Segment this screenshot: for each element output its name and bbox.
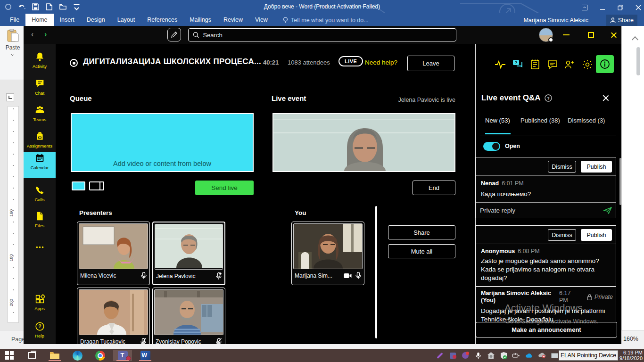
new-chat-icon[interactable]: [167, 28, 181, 41]
word-scrollbar-thumb[interactable]: [636, 47, 640, 75]
teams-maximize-icon[interactable]: [580, 26, 602, 44]
publish-button[interactable]: Publish: [581, 161, 612, 173]
home-tray-icon[interactable]: [487, 352, 495, 359]
camera-icon[interactable]: [344, 273, 352, 279]
presenter-tile[interactable]: Zvonislav Popovic: [152, 288, 225, 344]
stage-scrollbar[interactable]: [375, 206, 377, 338]
tab-new[interactable]: New (53): [485, 117, 510, 124]
sidebar-item-calendar[interactable]: Calendar: [24, 152, 56, 178]
presenter-tile[interactable]: Jelena Pavlovic: [152, 222, 225, 285]
tab-layout[interactable]: Layout: [111, 14, 141, 26]
touch-mode-icon[interactable]: [5, 3, 12, 10]
tab-dismissed[interactable]: Dismissed (3): [568, 117, 605, 124]
paste-dropdown-icon[interactable]: [11, 54, 15, 56]
word-restore-icon[interactable]: [618, 4, 623, 9]
share-button[interactable]: Share: [388, 225, 455, 239]
scroll-up-arrow[interactable]: [632, 36, 638, 43]
viber-tray-icon[interactable]: [462, 352, 469, 359]
sidebar-item-help[interactable]: ? Help: [24, 320, 56, 344]
word-share-button[interactable]: Share: [606, 15, 637, 26]
meeting-chat-icon[interactable]: [547, 59, 559, 71]
health-pulse-icon[interactable]: [495, 59, 507, 71]
qa-close-icon[interactable]: [602, 94, 610, 102]
need-help-link[interactable]: Need help?: [365, 59, 397, 66]
sidebar-item-activity[interactable]: Activity: [24, 50, 56, 76]
word-taskbar-button[interactable]: [136, 350, 155, 361]
send-icon[interactable]: [603, 207, 612, 214]
ribbon-display-options-icon[interactable]: [582, 4, 587, 9]
leave-button[interactable]: Leave: [407, 56, 454, 71]
word-minimize-icon[interactable]: [600, 4, 605, 9]
mic-icon[interactable]: [216, 272, 222, 280]
start-button[interactable]: [0, 350, 19, 361]
presenter-tile[interactable]: Milena Vicevic: [77, 222, 150, 285]
search-input[interactable]: [203, 32, 452, 39]
word-close-icon[interactable]: [636, 4, 641, 9]
zoom-level[interactable]: 160%: [623, 336, 638, 342]
mic-icon[interactable]: [355, 272, 361, 280]
qa-icon[interactable]: ?: [512, 59, 524, 71]
teams-minimize-icon[interactable]: [555, 26, 577, 44]
task-view-button[interactable]: [23, 350, 41, 361]
dismiss-button[interactable]: Dismiss: [548, 229, 576, 241]
edge-button[interactable]: [68, 350, 87, 361]
mic-muted-icon[interactable]: [140, 338, 147, 344]
save-icon[interactable]: [32, 3, 39, 10]
back-icon[interactable]: ‹: [31, 30, 33, 39]
defender-tray-icon[interactable]: [500, 352, 507, 359]
mic-muted-icon[interactable]: [215, 338, 222, 344]
send-live-button[interactable]: Send live: [195, 181, 254, 195]
teams-close-icon[interactable]: [603, 26, 621, 44]
power-tray-icon[interactable]: [512, 352, 520, 359]
tab-references[interactable]: References: [141, 14, 183, 26]
new-document-icon[interactable]: [46, 3, 53, 10]
ruler-tab-selector[interactable]: [6, 93, 14, 101]
undo-icon[interactable]: [18, 3, 25, 10]
avatar[interactable]: [539, 28, 553, 42]
tab-insert[interactable]: Insert: [54, 14, 81, 26]
word-account-name[interactable]: Marijana Simovic Aleksic: [523, 17, 588, 24]
sidebar-item-teams[interactable]: Teams: [24, 104, 56, 129]
file-explorer-button[interactable]: [45, 350, 64, 361]
tab-design[interactable]: Design: [81, 14, 111, 26]
tab-file[interactable]: File: [4, 14, 25, 26]
qa-help-icon[interactable]: ?: [545, 94, 552, 102]
notes-icon[interactable]: [529, 59, 542, 71]
mute-all-button[interactable]: Mute all: [388, 244, 455, 258]
touchpad-tray-icon[interactable]: [551, 352, 558, 359]
open-toggle[interactable]: [483, 142, 500, 151]
sidebar-item-more[interactable]: [24, 241, 56, 266]
pen-tray-icon[interactable]: [436, 352, 444, 359]
layout-split-icon[interactable]: [89, 181, 104, 190]
mic-tray-icon[interactable]: [474, 352, 482, 359]
qa-scrollbar[interactable]: [619, 158, 621, 205]
make-announcement-button[interactable]: Make an announcement: [476, 322, 617, 337]
tab-mailings[interactable]: Mailings: [183, 14, 217, 26]
settings-gear-icon[interactable]: [582, 59, 594, 71]
open-folder-icon[interactable]: [59, 3, 66, 10]
mic-icon[interactable]: [141, 272, 147, 280]
layout-single-icon[interactable]: [72, 181, 85, 190]
paste-button[interactable]: Paste: [3, 29, 23, 58]
sidebar-item-files[interactable]: Files: [24, 210, 56, 235]
sidebar-item-calls[interactable]: Calls: [24, 184, 56, 209]
onedrive-tray-icon[interactable]: [525, 352, 533, 359]
tab-view[interactable]: View: [249, 14, 274, 26]
add-participant-icon[interactable]: [564, 59, 576, 71]
cloud-paused-tray-icon[interactable]: [538, 352, 545, 359]
private-reply-box[interactable]: [476, 202, 616, 218]
customize-toolbar-icon[interactable]: [73, 3, 80, 10]
sidebar-item-apps[interactable]: Apps: [24, 293, 56, 318]
tab-review[interactable]: Review: [217, 14, 249, 26]
you-tile[interactable]: Marijana Sim...: [291, 222, 364, 285]
sidebar-item-chat[interactable]: Chat: [24, 77, 56, 103]
end-button[interactable]: End: [413, 181, 455, 195]
publish-button[interactable]: Publish: [581, 229, 612, 241]
chrome-button[interactable]: [91, 350, 109, 361]
tab-home[interactable]: Home: [25, 14, 53, 26]
forward-icon[interactable]: ›: [44, 30, 47, 39]
presenter-tile[interactable]: Dragan Tucakovic: [77, 288, 150, 344]
teams-tray-icon[interactable]: [449, 352, 456, 359]
dismiss-button[interactable]: Dismiss: [548, 161, 576, 173]
taskbar-clock[interactable]: 6:19 PM 9/18/2020: [619, 350, 643, 361]
